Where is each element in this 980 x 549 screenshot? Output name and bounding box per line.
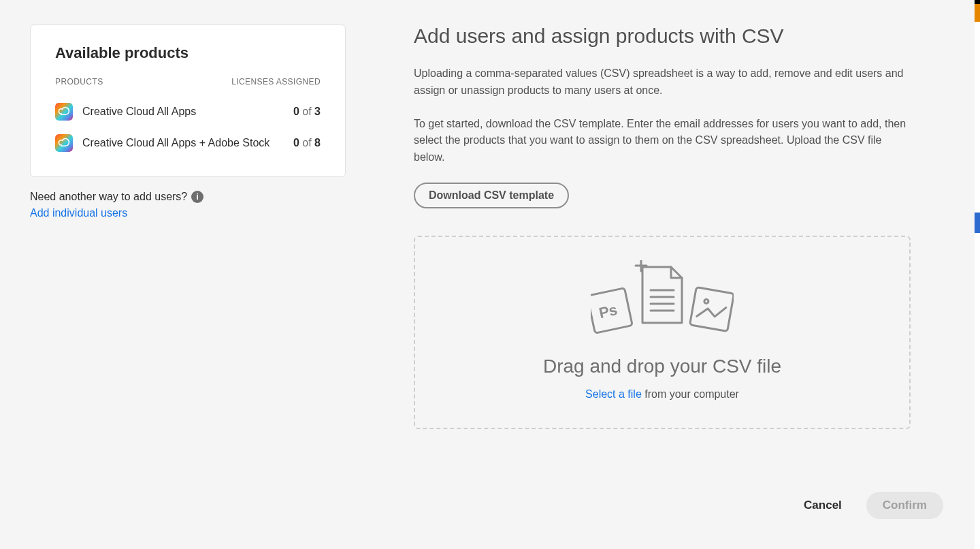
window-edge bbox=[975, 0, 980, 549]
svg-rect-0 bbox=[55, 103, 73, 121]
col-header-products: PRODUCTS bbox=[55, 77, 103, 87]
svg-rect-10 bbox=[690, 287, 734, 332]
dropzone-illustration-icon: Ps bbox=[429, 260, 896, 339]
download-csv-template-button[interactable]: Download CSV template bbox=[414, 183, 569, 208]
page-title: Add users and assign products with CSV bbox=[414, 25, 911, 48]
info-icon[interactable]: i bbox=[191, 191, 203, 203]
license-count: 0 of 8 bbox=[293, 137, 321, 149]
svg-text:Ps: Ps bbox=[598, 301, 619, 321]
from-computer-text: from your computer bbox=[642, 388, 739, 400]
csv-dropzone[interactable]: Ps Drag and drop your CSV file Select a … bbox=[414, 236, 911, 429]
select-file-link[interactable]: Select a file bbox=[585, 388, 642, 400]
product-row: Creative Cloud All Apps 0 of 3 bbox=[55, 96, 321, 127]
col-header-licenses: LICENSES ASSIGNED bbox=[231, 77, 321, 87]
license-count: 0 of 3 bbox=[293, 106, 321, 118]
intro-paragraph-2: To get started, download the CSV templat… bbox=[414, 116, 911, 166]
product-row: Creative Cloud All Apps + Adobe Stock 0 … bbox=[55, 127, 321, 159]
svg-rect-1 bbox=[55, 134, 73, 152]
creative-cloud-icon bbox=[55, 103, 73, 121]
svg-point-11 bbox=[704, 299, 708, 304]
product-name: Creative Cloud All Apps bbox=[82, 106, 196, 118]
available-products-card: Available products PRODUCTS LICENSES ASS… bbox=[30, 25, 346, 177]
cancel-button[interactable]: Cancel bbox=[804, 499, 842, 512]
intro-paragraph-1: Uploading a comma-separated values (CSV)… bbox=[414, 65, 911, 99]
product-name: Creative Cloud All Apps + Adobe Stock bbox=[82, 137, 270, 149]
add-individual-users-link[interactable]: Add individual users bbox=[30, 207, 127, 219]
need-another-way-text: Need another way to add users? bbox=[30, 191, 187, 203]
dropzone-title: Drag and drop your CSV file bbox=[429, 356, 896, 377]
creative-cloud-icon bbox=[55, 134, 73, 152]
confirm-button[interactable]: Confirm bbox=[866, 492, 943, 519]
card-title: Available products bbox=[55, 44, 321, 62]
